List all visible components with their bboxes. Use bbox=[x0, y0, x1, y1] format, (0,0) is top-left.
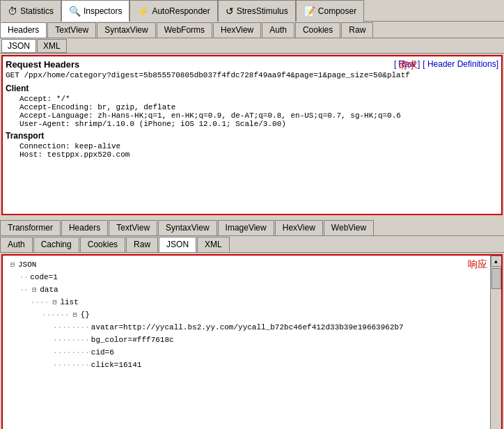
tree-label-avatar: avatar=http://yycall.bs2.yy.com/yycall_b… bbox=[91, 323, 404, 332]
tree-row-json[interactable]: ⊟ JSON bbox=[8, 258, 498, 271]
transport-section-title: Transport bbox=[6, 131, 498, 141]
request-url: GET /ppx/home/category?digest=5b85557080… bbox=[6, 71, 498, 79]
resp-tab-transformer[interactable]: Transformer bbox=[0, 220, 61, 235]
resp-tab-auth[interactable]: Auth bbox=[0, 237, 33, 252]
header-host: Host: testppx.ppx520.com bbox=[6, 150, 498, 159]
scroll-up-button[interactable]: ▲ bbox=[491, 256, 502, 267]
request-panel: Request Headers [ Raw ] [ Header Definit… bbox=[1, 55, 503, 215]
tab-inspectors-label: Inspectors bbox=[84, 6, 122, 16]
inspectors-icon: 🔍 bbox=[69, 6, 81, 17]
req-tab-textview[interactable]: TextView bbox=[47, 22, 96, 38]
resp-tab-cookies[interactable]: Cookies bbox=[80, 237, 125, 252]
tree-row-list[interactable]: ···· ⊟ list bbox=[8, 296, 498, 309]
header-connection: Connection: keep-alive bbox=[6, 142, 498, 150]
tab-autoresponder-label: AutoResponder bbox=[152, 6, 210, 16]
req-tab-syntaxview[interactable]: SyntaxView bbox=[97, 22, 155, 38]
dash-data: ·· bbox=[19, 286, 29, 294]
expand-data[interactable]: ⊟ bbox=[30, 286, 38, 294]
req-tab-cookies[interactable]: Cookies bbox=[295, 22, 340, 38]
resp-tab-imageview[interactable]: ImageView bbox=[218, 220, 274, 235]
resp-tab-textview[interactable]: TextView bbox=[109, 220, 157, 235]
tab-stressstimulus[interactable]: ↺ StresStimulus bbox=[218, 0, 296, 22]
expand-list[interactable]: ⊟ bbox=[50, 298, 58, 306]
tree-label-bgcolor: bg_color=#fff7618c bbox=[91, 336, 174, 344]
tree-label-cid: cid=6 bbox=[91, 348, 114, 357]
tree-row-bgcolor: ········ bg_color=#fff7618c bbox=[8, 334, 498, 346]
tree-row-code[interactable]: ·· code=1 bbox=[8, 271, 498, 283]
composer-icon: 📝 bbox=[304, 6, 315, 17]
dash-cid: ········ bbox=[53, 348, 90, 357]
tree-row-obj[interactable]: ······ ⊟ {} bbox=[8, 309, 498, 321]
tree-row-cid: ········ cid=6 bbox=[8, 346, 498, 359]
request-chinese-label: 请求 bbox=[398, 59, 418, 72]
vertical-scrollbar[interactable]: ▲ ▼ bbox=[490, 256, 501, 429]
tab-composer-label: Composer bbox=[318, 6, 356, 16]
dash-bgcolor: ········ bbox=[53, 336, 90, 344]
req-tab-auth[interactable]: Auth bbox=[262, 22, 294, 38]
req-tab-raw[interactable]: Raw bbox=[341, 22, 373, 38]
dash-click: ········ bbox=[53, 361, 90, 369]
resp-tab-syntaxview[interactable]: SyntaxView bbox=[158, 220, 216, 235]
tab-statistics-label: Statistics bbox=[20, 6, 54, 16]
response-section-tabs-row2: Auth Caching Cookies Raw JSON XML bbox=[0, 236, 504, 253]
resp-tab-webview[interactable]: WebView bbox=[324, 220, 374, 235]
resp-tab-hexview[interactable]: HexView bbox=[275, 220, 323, 235]
stressstimulus-icon: ↺ bbox=[226, 6, 234, 17]
tree-label-list: list bbox=[60, 298, 78, 306]
client-section-title: Client bbox=[6, 84, 498, 93]
statistics-icon: ⏱ bbox=[8, 6, 17, 17]
dash-avatar: ········ bbox=[53, 323, 90, 332]
top-tab-bar: ⏱ Statistics 🔍 Inspectors ⚡ AutoResponde… bbox=[0, 0, 504, 22]
req-subtab-xml[interactable]: XML bbox=[37, 39, 67, 53]
response-section-tabs-row1: Transformer Headers TextView SyntaxView … bbox=[0, 219, 504, 236]
expand-obj[interactable]: ⊟ bbox=[71, 311, 79, 319]
tree-label-json: JSON bbox=[18, 260, 36, 269]
req-tab-hexview[interactable]: HexView bbox=[213, 22, 261, 38]
tree-label-click: click=16141 bbox=[91, 361, 142, 369]
tab-statistics[interactable]: ⏱ Statistics bbox=[0, 0, 61, 22]
resp-tab-caching[interactable]: Caching bbox=[33, 237, 79, 252]
dash-code: ·· bbox=[19, 273, 29, 281]
header-accept: Accept: */* bbox=[6, 95, 498, 103]
json-tree[interactable]: ⊟ JSON ·· code=1 ·· ⊟ data ···· ⊟ list ·… bbox=[3, 256, 501, 429]
tree-row-avatar: ········ avatar=http://yycall.bs2.yy.com… bbox=[8, 321, 498, 334]
header-accept-encoding: Accept-Encoding: br, gzip, deflate bbox=[6, 103, 498, 111]
resp-tab-json[interactable]: JSON bbox=[159, 237, 196, 252]
tab-autoresponder[interactable]: ⚡ AutoResponder bbox=[129, 0, 217, 22]
resp-tab-headers[interactable]: Headers bbox=[61, 220, 108, 235]
tab-inspectors[interactable]: 🔍 Inspectors bbox=[61, 0, 129, 22]
req-subtab-json[interactable]: JSON bbox=[1, 39, 36, 53]
header-accept-language: Accept-Language: zh-Hans-HK;q=1, en-HK;q… bbox=[6, 111, 498, 120]
tab-composer[interactable]: 📝 Composer bbox=[296, 0, 364, 22]
resp-tab-raw[interactable]: Raw bbox=[126, 237, 158, 252]
autoresponder-icon: ⚡ bbox=[137, 6, 149, 17]
tree-label-code: code=1 bbox=[30, 273, 58, 281]
tree-label-data: data bbox=[40, 286, 58, 294]
tree-row-click: ········ click=16141 bbox=[8, 359, 498, 371]
request-section-tabs: Headers TextView SyntaxView WebForms Hex… bbox=[0, 22, 504, 38]
tree-label-obj: {} bbox=[81, 311, 90, 319]
response-panel: 响应 ⊟ JSON ·· code=1 ·· ⊟ data ···· ⊟ lis… bbox=[1, 254, 503, 429]
tab-stressstimulus-label: StresStimulus bbox=[237, 6, 288, 16]
req-tab-webforms[interactable]: WebForms bbox=[157, 22, 212, 38]
header-def-link[interactable]: [ Header Definitions] bbox=[423, 59, 498, 69]
req-tab-headers[interactable]: Headers bbox=[0, 22, 47, 38]
scroll-thumb[interactable] bbox=[491, 268, 501, 289]
dash-obj: ······ bbox=[42, 311, 70, 319]
dash-list: ···· bbox=[31, 298, 49, 306]
expand-json[interactable]: ⊟ bbox=[8, 260, 17, 269]
header-user-agent: User-Agent: shrimp/1.10.0 (iPhone; iOS 1… bbox=[6, 120, 498, 128]
resp-tab-xml[interactable]: XML bbox=[197, 237, 230, 252]
request-sub-tabs: JSON XML bbox=[0, 38, 504, 54]
tree-row-data[interactable]: ·· ⊟ data bbox=[8, 283, 498, 296]
